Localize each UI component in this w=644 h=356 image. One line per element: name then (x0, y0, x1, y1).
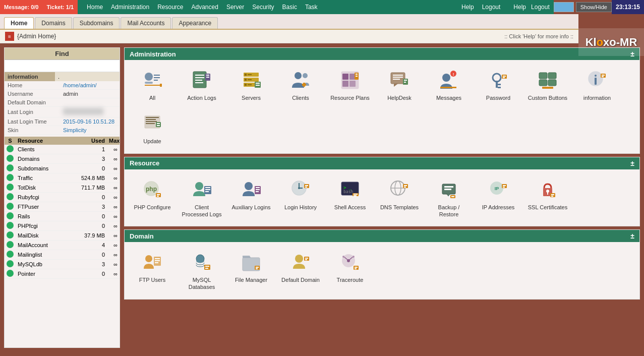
svg-rect-56 (503, 77, 505, 78)
info-val-last-login-time[interactable]: 2015-09-16 10.51.28 (60, 117, 120, 126)
resource-name: Domains (16, 155, 74, 162)
domain-ftp-users-item[interactable]: FTP Users (130, 247, 175, 294)
svg-point-94 (298, 187, 300, 189)
admin-custom-buttons-item[interactable]: Custom Buttons (525, 65, 570, 104)
resource-name: MailAccount (16, 242, 74, 249)
admin-servers-item[interactable]: Servers (228, 65, 274, 104)
svg-rect-102 (354, 194, 358, 195)
nav-security[interactable]: Security (252, 4, 274, 11)
client-processed-logs-icon (190, 177, 214, 202)
admin-messages-item[interactable]: ! Messages (426, 65, 472, 104)
domain-traceroute-item[interactable]: Traceroute (327, 247, 373, 294)
status-dot (7, 241, 14, 248)
svg-rect-72 (146, 123, 155, 124)
nav-server[interactable]: Server (226, 4, 244, 11)
rh-resource: Resource (16, 137, 74, 145)
resource-used: 37.9 MB (74, 232, 107, 239)
admin-update-item[interactable]: Update (130, 108, 175, 148)
show-hide-button[interactable]: Show/Hide (576, 2, 612, 12)
find-input[interactable] (5, 60, 120, 72)
resource-name: MySQLdb (16, 261, 74, 268)
login-history-icon (288, 177, 313, 202)
svg-rect-69 (146, 117, 159, 118)
nav-help-link[interactable]: Help (513, 4, 526, 11)
nav-home[interactable]: Home (87, 4, 103, 11)
info-row-skin: Skin Simplicity (5, 126, 120, 135)
svg-rect-34 (342, 81, 348, 87)
resource-client-processed-logs-item[interactable]: Client Processed Logs (179, 174, 224, 221)
resource-shell-access-item[interactable]: > _ bash Shell Access (327, 174, 373, 221)
svg-rect-75 (157, 125, 160, 126)
admin-action-logs-item[interactable]: Action Logs (179, 65, 224, 104)
resource-backup-restore-item[interactable]: Backup / Restore (426, 174, 472, 221)
svg-rect-35 (349, 81, 356, 87)
nav-resource[interactable]: Resource (157, 4, 183, 11)
tab-appearance[interactable]: Appearance (172, 17, 218, 29)
resource-used: 1 (74, 146, 107, 153)
domain-content: FTP Users MySQL Da (125, 242, 639, 299)
resource-row: Domains3∞ (5, 154, 120, 164)
nav-administration[interactable]: Administration (111, 4, 149, 11)
domain-file-manager-item[interactable]: File Manager (228, 247, 274, 294)
svg-rect-103 (354, 195, 357, 196)
svg-rect-73 (156, 122, 161, 127)
helpdesk-icon (387, 68, 412, 92)
status-dot (7, 184, 14, 191)
svg-rect-133 (204, 265, 210, 270)
resource-dns-templates-item[interactable]: DNS Templates (377, 174, 422, 221)
resource-row: FTPuser3∞ (5, 202, 120, 212)
nav-basic[interactable]: Basic (282, 4, 297, 11)
admin-password-item[interactable]: Password (476, 65, 521, 104)
status-dot (7, 174, 14, 181)
resource-ssl-certificates-item[interactable]: SSL Certificates (525, 174, 570, 221)
tab-mail-accounts[interactable]: Mail Accounts (121, 17, 171, 29)
administration-content: All (125, 60, 639, 153)
svg-rect-90 (256, 191, 259, 192)
domain-mysql-databases-item[interactable]: MySQL Databases (179, 247, 224, 294)
resource-php-configure-item[interactable]: php PHP Configure (130, 174, 175, 221)
admin-helpdesk-item[interactable]: HelpDesk (377, 65, 422, 104)
status-dot (7, 251, 14, 258)
servers-label: Servers (242, 94, 261, 101)
help-info-link[interactable]: :: Click 'Help' for more info :: (504, 33, 573, 39)
nav-task[interactable]: Task (305, 4, 318, 11)
svg-rect-58 (548, 73, 556, 79)
domain-default-domain-item[interactable]: Default Domain (278, 247, 323, 294)
nav-help[interactable]: Help (461, 4, 474, 11)
breadcrumb-icon: ≡ (5, 32, 14, 41)
nav-logout-link[interactable]: Logout (531, 4, 550, 11)
resource-used: 3 (74, 203, 107, 210)
info-val-home[interactable]: /home/admin/ (60, 81, 120, 90)
resource-auxiliary-logins-item[interactable]: Auxiliary Logins (228, 174, 274, 221)
svg-point-140 (295, 255, 303, 263)
show-hide-area: Show/Hide (554, 2, 612, 12)
tab-subdomains[interactable]: Subdomains (73, 17, 120, 29)
topbar-right: Help Logout (509, 0, 553, 14)
shell-access-label: Shell Access (334, 204, 366, 211)
admin-resource-plans-item[interactable]: Resource Plans (327, 65, 373, 104)
resource-toggle[interactable]: ± (630, 159, 634, 167)
auxiliary-logins-icon (239, 177, 263, 202)
resource-login-history-item[interactable]: Login History (278, 174, 323, 221)
nav-advanced[interactable]: Advanced (192, 4, 218, 11)
admin-clients-item[interactable]: Clients (278, 65, 323, 104)
resource-ip-addresses-item[interactable]: IP IP Addresses (476, 174, 521, 221)
svg-point-27 (295, 72, 302, 79)
domain-toggle[interactable]: ± (630, 232, 634, 240)
svg-rect-3 (154, 77, 160, 78)
resource-used: 4 (74, 242, 107, 249)
nav-logout[interactable]: Logout (482, 4, 501, 11)
tab-domains[interactable]: Domains (35, 17, 72, 29)
admin-information-item[interactable]: information (574, 65, 620, 104)
info-val-skin[interactable]: Simplicity (60, 126, 120, 135)
resource-row: Rubyfcgi0∞ (5, 193, 120, 202)
resource-row: MailAccount4∞ (5, 241, 120, 250)
resource-name: Rubyfcgi (16, 194, 74, 201)
svg-rect-52 (498, 84, 501, 85)
tab-home[interactable]: Home (4, 17, 34, 29)
password-label: Password (486, 94, 510, 101)
color-picker[interactable] (554, 2, 574, 12)
svg-rect-11 (195, 82, 203, 83)
svg-rect-129 (155, 258, 160, 259)
admin-all-item[interactable]: All (130, 65, 175, 104)
